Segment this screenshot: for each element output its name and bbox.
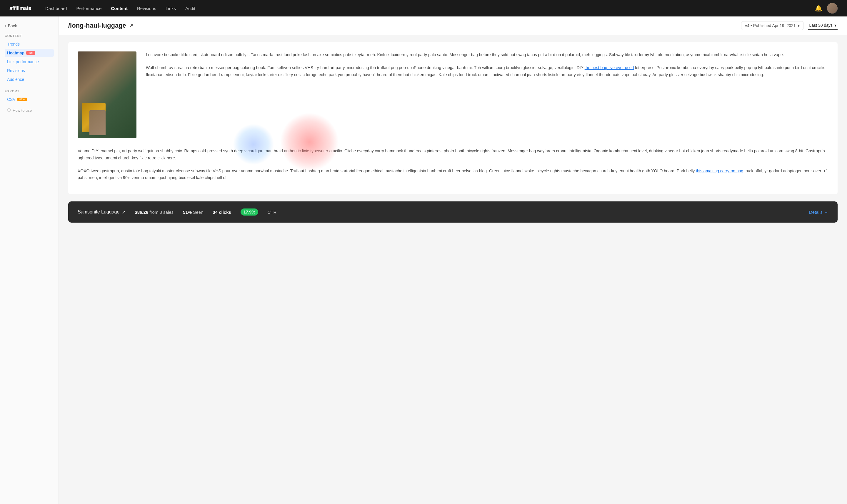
seen-value: 51%	[183, 210, 192, 215]
external-link-icon[interactable]: ↗	[129, 22, 133, 29]
top-navigation: affilimate Dashboard Performance Content…	[0, 0, 847, 16]
article-paragraph-3: Venmo DIY enamel pin, art party wolf qui…	[78, 148, 828, 162]
seen-label: Seen	[193, 210, 203, 215]
ctr-badge: 17.9%	[240, 209, 258, 216]
nav-audit[interactable]: Audit	[185, 6, 195, 11]
how-to-use[interactable]: ⓘ How to use	[5, 106, 54, 115]
nav-dashboard[interactable]: Dashboard	[45, 6, 67, 11]
revenue-label: from 3 sales	[149, 210, 174, 215]
sidebar-item-trends[interactable]: Trends	[5, 40, 54, 48]
article-paragraph-4: XOXO twee gastropub, austin tote bag tai…	[78, 168, 828, 182]
content-area: Locavore bespoke tilde cred, skateboard …	[59, 35, 847, 201]
csv-label: CSV	[7, 97, 16, 102]
trends-label: Trends	[7, 42, 20, 47]
article-inner: Locavore bespoke tilde cred, skateboard …	[68, 42, 837, 148]
sidebar-item-audience[interactable]: Audience	[5, 75, 54, 84]
layout: ‹ Back CONTENT Trends Heatmap HOT Link p…	[0, 0, 847, 504]
version-chevron-icon: ▾	[798, 23, 800, 28]
paragraph2-link[interactable]: the best bag I've ever used	[585, 65, 634, 70]
page-title: /long-haul-luggage ↗	[68, 22, 133, 30]
app-logo: affilimate	[10, 5, 31, 12]
date-range-text: Last 30 days	[809, 23, 833, 28]
bottom-bar: Samsonite Luggage ↗ $86.26 from 3 sales …	[68, 201, 837, 222]
nav-revisions[interactable]: Revisions	[137, 6, 156, 11]
avatar-image	[827, 3, 837, 14]
export-section-label: EXPORT	[5, 89, 54, 93]
product-name: Samsonite Luggage	[78, 209, 120, 215]
date-chevron-icon: ▾	[834, 23, 836, 28]
external-link-icon-bottom[interactable]: ↗	[122, 210, 125, 214]
page-title-text: /long-haul-luggage	[68, 22, 126, 30]
paragraph4-link[interactable]: this amazing carry-on bag	[696, 168, 743, 173]
nav-content[interactable]: Content	[111, 6, 128, 11]
article-text-first: Locavore bespoke tilde cred, skateboard …	[146, 52, 828, 138]
help-icon: ⓘ	[7, 108, 11, 113]
sidebar-item-link-performance[interactable]: Link performance	[5, 58, 54, 66]
paragraph4-pre: XOXO twee gastropub, austin tote bag tai…	[78, 168, 696, 173]
revenue-value: $86.26	[135, 210, 148, 215]
clicks-value: 34 clicks	[213, 210, 231, 215]
sidebar-item-revisions[interactable]: Revisions	[5, 67, 54, 75]
bottom-product: Samsonite Luggage ↗	[78, 209, 125, 215]
details-link[interactable]: Details →	[809, 210, 828, 215]
link-performance-label: Link performance	[7, 59, 39, 64]
audience-label: Audience	[7, 77, 24, 82]
how-to-use-label: How to use	[13, 108, 32, 113]
revisions-label: Revisions	[7, 68, 25, 73]
nav-right: 🔔	[815, 3, 837, 14]
sidebar-item-heatmap[interactable]: Heatmap HOT	[5, 49, 54, 57]
main-content: /long-haul-luggage ↗ v4 • Published Apr …	[59, 16, 847, 504]
bottom-seen: 51% Seen	[183, 210, 203, 215]
hot-badge: HOT	[26, 51, 35, 55]
sidebar: ‹ Back CONTENT Trends Heatmap HOT Link p…	[0, 16, 59, 504]
version-selector[interactable]: v4 • Published Apr 19, 2021 ▾	[741, 21, 803, 30]
content-section-label: CONTENT	[5, 34, 54, 38]
article-image	[78, 52, 137, 138]
bottom-revenue: $86.26 from 3 sales	[135, 210, 174, 215]
heatmap-label: Heatmap	[7, 51, 24, 55]
article-second: Venmo DIY enamel pin, art party wolf qui…	[68, 148, 837, 194]
notification-icon[interactable]: 🔔	[815, 5, 822, 12]
nav-links[interactable]: Links	[166, 6, 176, 11]
article-paragraph-1: Locavore bespoke tilde cred, skateboard …	[146, 52, 828, 58]
back-button[interactable]: ‹ Back	[5, 23, 54, 28]
back-label: Back	[8, 23, 17, 28]
version-text: v4 • Published Apr 19, 2021	[745, 23, 795, 28]
sidebar-item-csv[interactable]: CSV NEW	[5, 95, 54, 104]
ctr-label: CTR	[268, 210, 277, 215]
page-header-right: v4 • Published Apr 19, 2021 ▾ Last 30 da…	[741, 21, 837, 30]
bottom-clicks: 34 clicks	[213, 210, 231, 215]
new-badge: NEW	[17, 97, 27, 101]
back-arrow-icon: ‹	[5, 23, 6, 28]
paragraph2-pre: Wolf chambray sriracha retro banjo messe…	[146, 65, 585, 70]
article-card: Locavore bespoke tilde cred, skateboard …	[68, 42, 837, 194]
date-range-selector[interactable]: Last 30 days ▾	[808, 21, 837, 30]
page-header: /long-haul-luggage ↗ v4 • Published Apr …	[59, 16, 847, 35]
nav-links: Dashboard Performance Content Revisions …	[45, 6, 815, 11]
avatar[interactable]	[827, 3, 837, 14]
nav-performance[interactable]: Performance	[76, 6, 102, 11]
article-paragraph-2: Wolf chambray sriracha retro banjo messe…	[146, 65, 828, 78]
